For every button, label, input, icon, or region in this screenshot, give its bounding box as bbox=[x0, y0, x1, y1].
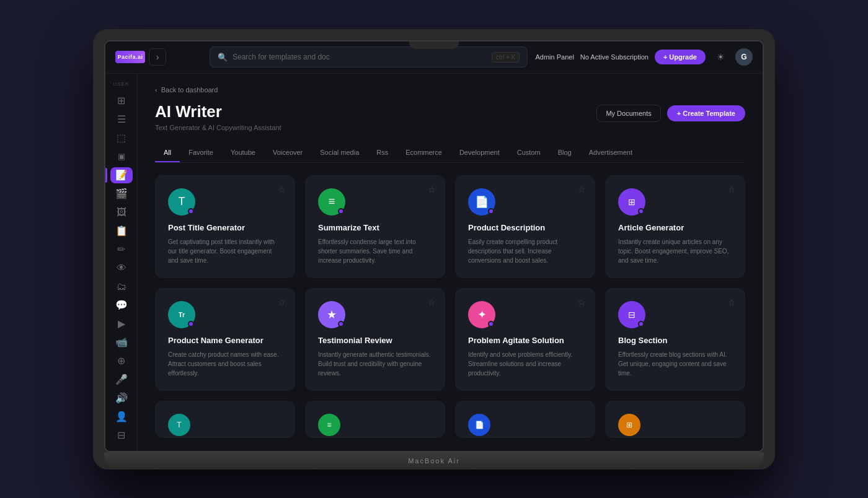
create-template-button[interactable]: + Create Template bbox=[667, 105, 745, 121]
tab-development[interactable]: Development bbox=[451, 144, 508, 162]
page-subtitle: Text Generator & AI Copywriting Assistan… bbox=[155, 124, 281, 131]
template-card-extra3[interactable]: 📄 bbox=[455, 401, 595, 438]
tab-social-media[interactable]: Social media bbox=[311, 144, 368, 162]
sidebar-item-dashboard[interactable]: ⊞ bbox=[110, 93, 133, 109]
tab-rss[interactable]: Rss bbox=[368, 144, 397, 162]
sidebar-item-media[interactable]: 🎬 bbox=[110, 186, 133, 202]
sidebar-item-gallery[interactable]: 🗂 bbox=[110, 279, 133, 295]
card-title-product-desc: Product Description bbox=[468, 223, 582, 232]
tab-ecommerce[interactable]: Ecommerce bbox=[397, 144, 451, 162]
sidebar-item-chat[interactable]: 💬 bbox=[110, 297, 133, 313]
tab-voiceover[interactable]: Voiceover bbox=[264, 144, 311, 162]
sidebar-item-video-player[interactable]: ▶ bbox=[110, 316, 133, 332]
main-area: USER ⊞ ☰ ⬚ ▣ 📝 🎬 🖼 📋 ✏ 👁 🗂 💬 ▶ 📹 ⊕ bbox=[105, 74, 763, 451]
tab-favorite[interactable]: Favorite bbox=[180, 144, 222, 162]
sidebar-item-user[interactable]: 👤 bbox=[110, 409, 133, 425]
favorite-star-article[interactable]: ☆ bbox=[728, 185, 736, 194]
templates-grid: ☆ T Post Title Generator Get captivating… bbox=[155, 175, 745, 391]
my-documents-button[interactable]: My Documents bbox=[596, 105, 660, 122]
card-desc-summarize: Effortlessly condense large text into sh… bbox=[318, 237, 432, 265]
sidebar-item-eye[interactable]: 👁 bbox=[110, 260, 133, 276]
card-icon-dot bbox=[188, 321, 194, 327]
favorite-star-product-name[interactable]: ☆ bbox=[278, 297, 286, 307]
sidebar-item-templates[interactable]: ⬚ bbox=[110, 130, 133, 146]
sidebar-item-documents[interactable]: ▣ bbox=[110, 149, 133, 165]
app-container: Pacifa.ai › 🔍 Search for templates and d… bbox=[105, 42, 763, 451]
card-title-summarize: Summarize Text bbox=[318, 223, 432, 232]
card-desc-testimonial: Instantly generate authentic testimonial… bbox=[318, 350, 432, 378]
card-desc-blog: Effortlessly create blog sections with A… bbox=[618, 350, 732, 378]
template-card-problem[interactable]: ☆ ✦ Problem Agitate Solution Identify an… bbox=[455, 288, 595, 391]
card-icon-post-title: T bbox=[168, 188, 195, 216]
template-card-extra1[interactable]: T bbox=[155, 401, 295, 438]
card-desc-post-title: Get captivating post titles instantly wi… bbox=[168, 237, 282, 265]
logo-area: Pacifa.ai › bbox=[115, 48, 202, 66]
template-card-extra4[interactable]: ⊞ bbox=[605, 401, 745, 438]
card-desc-problem: Identify and solve problems efficiently.… bbox=[468, 350, 582, 378]
favorite-star-problem[interactable]: ☆ bbox=[578, 297, 586, 307]
card-icon-dot bbox=[638, 208, 644, 214]
card-title-product-name: Product Name Generator bbox=[168, 336, 282, 345]
laptop-notch bbox=[409, 42, 459, 49]
no-subscription-badge[interactable]: No Active Subscription bbox=[580, 53, 649, 61]
card-icon-dot bbox=[488, 321, 494, 327]
sidebar-item-mic[interactable]: 🎤 bbox=[110, 372, 133, 388]
tab-advertisement[interactable]: Advertisement bbox=[580, 144, 641, 162]
tab-blog[interactable]: Blog bbox=[549, 144, 580, 162]
card-icon-extra4: ⊞ bbox=[618, 414, 640, 436]
card-icon-summarize: ≡ bbox=[318, 188, 345, 216]
laptop-model: MacBook Air bbox=[408, 457, 460, 465]
sidebar: USER ⊞ ☰ ⬚ ▣ 📝 🎬 🖼 📋 ✏ 👁 🗂 💬 ▶ 📹 ⊕ bbox=[105, 74, 138, 451]
theme-toggle-button[interactable]: ☀ bbox=[712, 48, 729, 66]
card-desc-article: Instantly create unique articles on any … bbox=[618, 237, 732, 265]
sidebar-item-footer[interactable]: ⊟ bbox=[110, 427, 133, 443]
card-icon-extra3: 📄 bbox=[468, 414, 490, 436]
card-icon-dot bbox=[338, 208, 344, 214]
sidebar-item-edit[interactable]: ✏ bbox=[110, 242, 133, 258]
tab-youtube[interactable]: Youtube bbox=[222, 144, 264, 162]
template-card-blog[interactable]: ☆ ⊟ Blog Section Effortlessly create blo… bbox=[605, 288, 745, 391]
card-title-post-title: Post Title Generator bbox=[168, 223, 282, 232]
favorite-star-post-title[interactable]: ☆ bbox=[278, 185, 286, 194]
sidebar-item-feed[interactable]: ⊕ bbox=[110, 353, 133, 369]
card-icon-extra2: ≡ bbox=[318, 414, 340, 436]
sidebar-item-images[interactable]: 🖼 bbox=[110, 204, 133, 221]
laptop-base: MacBook Air bbox=[104, 452, 764, 470]
card-icon-dot bbox=[338, 321, 344, 327]
favorite-star-summarize[interactable]: ☆ bbox=[428, 185, 436, 194]
template-card-post-title[interactable]: ☆ T Post Title Generator Get captivating… bbox=[155, 175, 295, 278]
card-icon-dot bbox=[488, 208, 494, 214]
admin-panel-button[interactable]: Admin Panel bbox=[535, 53, 574, 61]
sidebar-item-menu[interactable]: ☰ bbox=[110, 111, 133, 128]
favorite-star-testimonial[interactable]: ☆ bbox=[428, 297, 436, 307]
sidebar-item-sound[interactable]: 🔊 bbox=[110, 390, 133, 406]
card-icon-product-desc: 📄 bbox=[468, 188, 495, 216]
card-icon-testimonial: ★ bbox=[318, 301, 345, 328]
search-bar[interactable]: 🔍 Search for templates and doc ctrl + K bbox=[210, 46, 528, 68]
card-title-testimonial: Testimonial Review bbox=[318, 336, 432, 345]
template-card-article[interactable]: ☆ ⊞ Article Generator Instantly create u… bbox=[605, 175, 745, 278]
nav-toggle-button[interactable]: › bbox=[149, 48, 166, 66]
favorite-star-blog[interactable]: ☆ bbox=[728, 297, 736, 307]
logo[interactable]: Pacifa.ai bbox=[115, 51, 145, 63]
card-icon-extra1: T bbox=[168, 414, 190, 436]
tab-all[interactable]: All bbox=[155, 144, 180, 162]
topbar-right: Admin Panel No Active Subscription + Upg… bbox=[535, 48, 753, 66]
back-to-dashboard-link[interactable]: ‹ Back to dashboard bbox=[155, 86, 745, 94]
sidebar-item-list[interactable]: 📋 bbox=[110, 223, 133, 239]
category-tabs: All Favorite Youtube Voiceover Social me… bbox=[155, 144, 745, 163]
template-card-extra2[interactable]: ≡ bbox=[305, 401, 445, 438]
card-title-blog: Blog Section bbox=[618, 336, 732, 345]
favorite-star-product-desc[interactable]: ☆ bbox=[578, 185, 586, 194]
user-avatar[interactable]: G bbox=[735, 48, 753, 66]
laptop-screen: Pacifa.ai › 🔍 Search for templates and d… bbox=[104, 40, 764, 452]
template-card-product-name[interactable]: ☆ Tr Product Name Generator Create catch… bbox=[155, 288, 295, 391]
upgrade-button[interactable]: + Upgrade bbox=[655, 50, 706, 64]
sidebar-item-video[interactable]: 📹 bbox=[110, 334, 133, 351]
sidebar-item-writer[interactable]: 📝 bbox=[110, 167, 133, 183]
template-card-summarize[interactable]: ☆ ≡ Summarize Text Effortlessly condense… bbox=[305, 175, 445, 278]
template-card-testimonial[interactable]: ☆ ★ Testimonial Review Instantly generat… bbox=[305, 288, 445, 391]
search-placeholder: Search for templates and doc bbox=[232, 53, 487, 61]
tab-custom[interactable]: Custom bbox=[508, 144, 549, 162]
template-card-product-desc[interactable]: ☆ 📄 Product Description Easily create co… bbox=[455, 175, 595, 278]
